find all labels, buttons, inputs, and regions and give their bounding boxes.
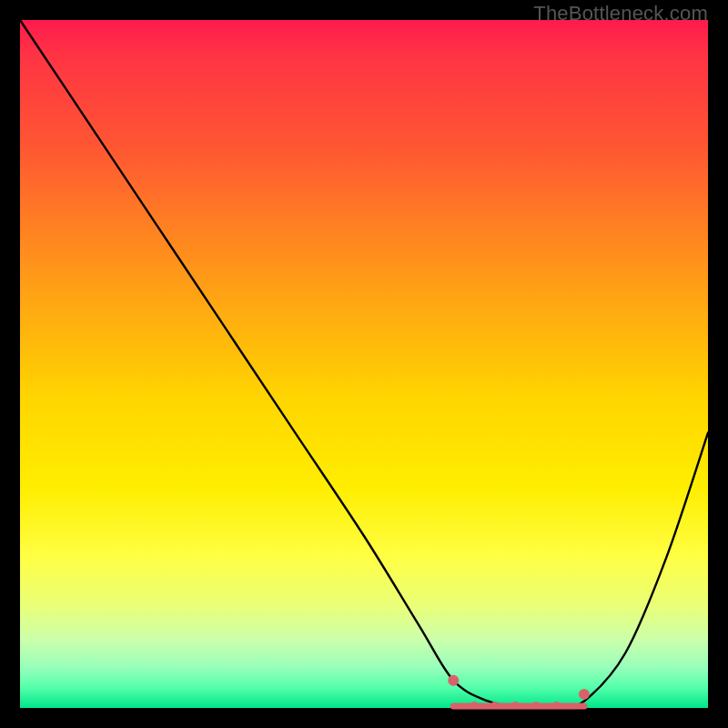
optimal-zone-dot	[470, 702, 478, 709]
optimal-zone-dot	[553, 702, 561, 709]
optimal-zone-endpoint	[448, 675, 459, 686]
optimal-zone-dot	[532, 702, 540, 709]
optimal-zone-dot	[491, 702, 499, 709]
bottleneck-curve-line	[20, 20, 708, 709]
chart-svg	[20, 20, 708, 708]
optimal-zone-endpoint	[579, 689, 590, 700]
optimal-zone-dot	[511, 702, 519, 709]
